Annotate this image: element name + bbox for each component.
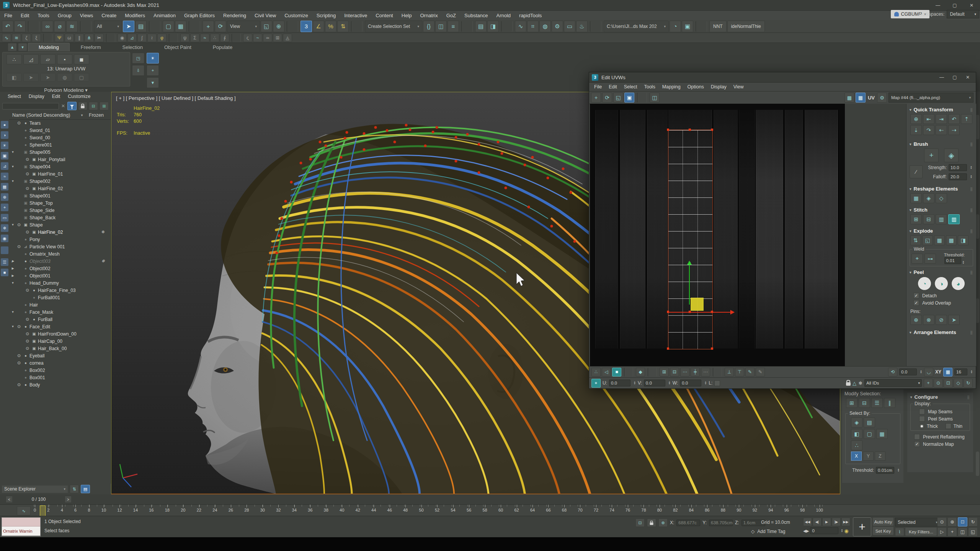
stitch-source-icon[interactable]: ▥ [936, 214, 947, 224]
hair-tool-icon[interactable]: ς▾ [243, 34, 252, 42]
scene-object-row[interactable]: ⊙ Box001 ❄ [9, 374, 111, 381]
visibility-eye-icon[interactable]: ⊙ [24, 288, 30, 293]
visibility-eye-icon[interactable]: ⊙ [24, 157, 30, 162]
named-selection-sets-field[interactable]: Create Selection Set▾ [365, 21, 422, 32]
toolbar-icon[interactable]: ▾ [28, 21, 39, 32]
explorer-menu-item[interactable]: Display [25, 93, 48, 100]
soft-falloff-curve-icon[interactable]: ◡ [924, 368, 933, 377]
uv-channel-label[interactable]: UV [867, 95, 875, 101]
expand-icon[interactable]: ▼ [11, 165, 15, 168]
toolbar-icon[interactable]: ▾ [461, 21, 473, 32]
scene-object-row[interactable]: ⊙ Particle View 001 ❄ [9, 243, 111, 250]
space-v-icon[interactable]: ⇢ [948, 125, 960, 135]
expand-tree-icon[interactable]: ⊟ [89, 102, 98, 110]
menu-item[interactable]: Display [707, 84, 730, 90]
straighten-icon[interactable]: ▦ [910, 193, 922, 203]
snaps-toggle-icon[interactable]: 3▾ [301, 21, 312, 32]
pin-icon[interactable]: ⌖ [147, 65, 159, 76]
align-icon[interactable]: ≡▾ [448, 21, 459, 32]
rendered-frame-window-icon[interactable]: ▭▾ [564, 21, 575, 32]
select-mode-icon[interactable]: ➤ [23, 73, 39, 82]
collapsed-rollout-grip[interactable] [976, 298, 979, 323]
zoom-icon[interactable]: ⊙ [937, 517, 947, 527]
scene-object-row[interactable]: ⊙ Eyeball ❄ [9, 352, 111, 359]
menu-item[interactable]: Scripting [312, 12, 340, 19]
scene-object-row[interactable]: ⊙ Shape_Top ❄ [9, 199, 111, 207]
ribbon-options-icon[interactable]: ▾ [18, 43, 27, 51]
select-and-scale-icon[interactable]: ◱▾ [261, 21, 272, 32]
toolbar-icon[interactable]: ▾ [696, 21, 707, 32]
peel-seams-checkbox[interactable] [919, 416, 925, 422]
menu-item[interactable]: Rendering [219, 12, 250, 19]
hair-tool-icon[interactable]: ≃▾ [263, 34, 272, 42]
scene-object-row[interactable]: ⊙ Shape_Side ❄ [9, 207, 111, 214]
edit-named-selections-icon[interactable]: {}▾ [423, 21, 434, 32]
move-brush-icon[interactable]: + [924, 148, 939, 162]
zoom-region-icon[interactable]: ⊡ [944, 379, 953, 388]
explorer-search-input[interactable] [2, 103, 59, 109]
filter-shapes-icon[interactable]: ◑ [1, 131, 8, 139]
scene-object-row[interactable]: ⊙ HairFace_Fine_03 ❄ [9, 287, 111, 294]
hair-tool-icon[interactable]: Σ▾ [190, 34, 199, 42]
lscm-interactive-icon[interactable]: ◕ [951, 277, 965, 290]
grow-selection-icon[interactable]: ⊞ [660, 368, 669, 377]
viewport-label[interactable]: [ + ] [ Perspective ] [ User Defined ] [… [116, 95, 236, 101]
toolbar-icon[interactable]: ▾ [590, 21, 601, 32]
vertex-mode-icon[interactable]: ∴ [591, 368, 601, 377]
expand-icon[interactable]: ▼ [11, 310, 15, 314]
menu-item[interactable]: Civil View [250, 12, 280, 19]
use-pivot-center-icon[interactable]: ⊕▾ [273, 21, 284, 32]
ribbon-tab-populate[interactable]: Populate [203, 43, 243, 51]
hair-tool-icon[interactable]: ∮▾ [220, 34, 229, 42]
rescale-element-icon[interactable]: ◇ [936, 193, 947, 203]
hair-tool-icon[interactable]: ⋔▾ [85, 34, 94, 42]
clear-search-icon[interactable]: ✕ [60, 103, 66, 109]
maxscript-mini-listener[interactable]: Ornatrix Warnin [2, 517, 41, 536]
explode-edge-icon[interactable]: ▦ [934, 235, 945, 245]
scene-object-row[interactable]: ⊙ Shape_Back ❄ [9, 214, 111, 221]
stitch-target-icon[interactable]: ⊟ [923, 214, 934, 224]
gizmo-plane-handle[interactable] [691, 298, 704, 311]
select-by-pelt-icon[interactable]: ∴ [851, 440, 862, 450]
border-subobject-icon[interactable]: ▱ [40, 54, 56, 64]
hair-tool-icon[interactable]: ~▾ [253, 34, 262, 42]
lock-explorer-icon[interactable] [78, 102, 87, 110]
previous-frame-arrow[interactable]: < [6, 496, 12, 502]
hair-tool-icon[interactable]: ⊿▾ [127, 34, 137, 42]
toolbar-icon[interactable]: ▾ [80, 21, 91, 32]
set-key-button[interactable]: Set Key [873, 527, 893, 535]
prevent-reflattening-checkbox[interactable] [914, 434, 920, 440]
auto-key-button[interactable]: Auto Key [873, 518, 893, 526]
avoid-overlap-checkbox[interactable]: ✓ [913, 300, 919, 306]
hair-tool-icon[interactable]: ▾ [43, 34, 52, 42]
angle-snap-icon[interactable]: ∠▾ [313, 21, 324, 32]
rotate-ccw-icon[interactable]: ↶ [948, 114, 960, 124]
next-frame-arrow[interactable]: > [65, 496, 71, 502]
select-by-smoothing-icon[interactable]: ▦ [876, 429, 888, 439]
hide-normal-script-button[interactable]: ideNormalThie▾ [727, 21, 765, 32]
hair-tool-icon[interactable]: ◉▾ [118, 34, 127, 42]
rotate-icon[interactable]: ⟳ [602, 93, 612, 103]
scene-object-row[interactable]: ⊙ Ornatrix_Mesh ❄ [9, 250, 111, 258]
scene-object-row[interactable]: ▼ ⊙ Shape002 ❄ [9, 178, 111, 185]
show-map-icon[interactable]: ▦ [856, 93, 866, 103]
scene-object-row[interactable]: ▶ ⊙ Object002 ❄ [9, 265, 111, 272]
workspace-dropdown[interactable]: Default▾ [947, 10, 979, 18]
scene-object-row[interactable]: ⊙ Pony ❄ [9, 236, 111, 243]
visibility-eye-icon[interactable]: ⊙ [16, 360, 22, 365]
go-to-end-button[interactable]: ▶▶ [841, 518, 850, 526]
filter-spacewarps-icon[interactable]: ≈ [1, 173, 8, 180]
pin-remove-icon[interactable]: ⊗ [923, 315, 934, 325]
arc-rotate-icon[interactable]: ↻ [964, 379, 973, 388]
hair-tool-icon[interactable]: ≈▾ [200, 34, 209, 42]
project-folder-dropdown[interactable]: C:\Users\Jl...ds Max 202▾ [604, 21, 669, 32]
explorer-selector-dropdown[interactable]: Scene Explorer▾ [2, 486, 68, 493]
align-vertical-icon[interactable]: ⊥ [725, 368, 734, 377]
current-frame-field[interactable]: 0 [810, 527, 838, 534]
filter-helpers-icon[interactable]: ⊿ [1, 162, 8, 170]
render-production-icon[interactable]: ♨▾ [576, 21, 588, 32]
display-toggle-icon[interactable]: ▣▾ [682, 21, 693, 32]
expand-icon[interactable]: ▼ [11, 281, 15, 285]
rotate-angle-icon[interactable]: ⟲ [888, 368, 897, 377]
filter-hidden-icon[interactable]: ◉ [1, 235, 8, 242]
